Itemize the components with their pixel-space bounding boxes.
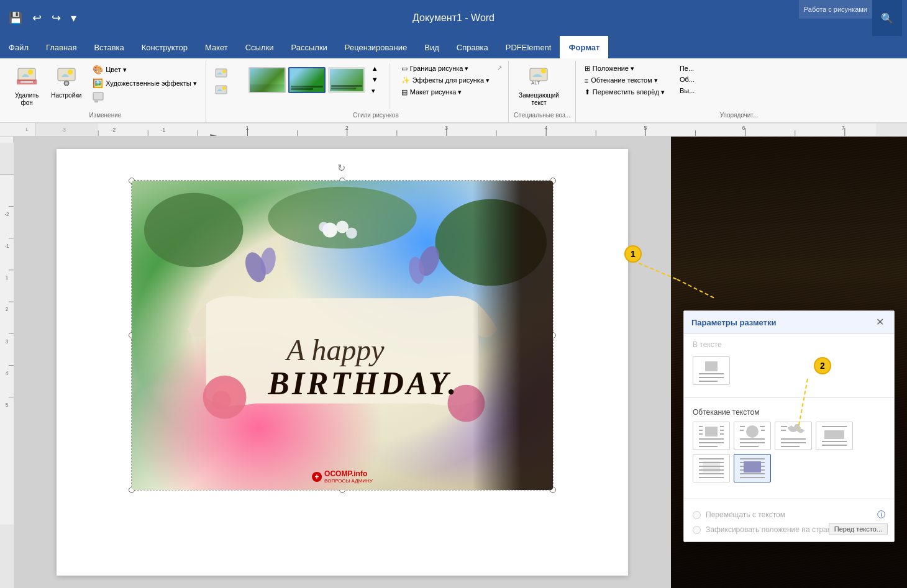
wrap-icon: ≡: [585, 77, 588, 84]
style-swatch-1[interactable]: [248, 67, 286, 93]
arrange-extra-3[interactable]: Вы...: [676, 86, 698, 96]
size-small-icon: [215, 67, 227, 79]
arrange-extra-1[interactable]: Пе...: [676, 63, 698, 73]
scroll-up-swatches[interactable]: ▲: [368, 63, 382, 73]
undo-icon[interactable]: ↩: [29, 9, 45, 27]
size-medium-icon: [215, 84, 227, 96]
customize-icon[interactable]: ▾: [67, 9, 80, 27]
picture-size-small-button[interactable]: [211, 66, 231, 81]
bring-forward-label: Переместить вперёд ▾: [593, 88, 665, 96]
search-button[interactable]: 🔍: [872, 0, 902, 36]
menu-help[interactable]: Справка: [448, 36, 497, 58]
wrap-text-button[interactable]: ≡ Обтекание текстом ▾: [581, 75, 668, 86]
picture-layout-button[interactable]: ▤ Макет рисунка ▾: [398, 87, 493, 97]
move-with-text-option[interactable]: Перемещать с текстом ⓘ: [693, 509, 885, 520]
arrange-group-label: Упорядочит...: [581, 111, 897, 120]
menu-design[interactable]: Конструктор: [133, 36, 196, 58]
search-area[interactable]: 🔍: [867, 0, 907, 36]
document-area[interactable]: ↻: [14, 137, 671, 588]
wrap-behind-button[interactable]: [693, 454, 730, 482]
menu-references[interactable]: Ссылки: [237, 36, 283, 58]
ribbon: Удалитьфон Настройки 🎨 Цвет ▾: [0, 58, 907, 123]
menu-file[interactable]: Файл: [0, 36, 37, 58]
svg-text:2: 2: [345, 125, 349, 131]
wrap-tight-button[interactable]: [734, 422, 771, 450]
svg-rect-48: [876, 123, 907, 136]
more-swatches[interactable]: ▾: [368, 86, 382, 96]
wrap-text-label: Обтекание текстом ▾: [591, 76, 658, 84]
position-button[interactable]: ⊞ Положение ▾: [581, 63, 668, 74]
move-with-text-label: Перемещать с текстом: [706, 510, 785, 519]
rotate-handle[interactable]: ↻: [337, 162, 347, 172]
artistic-effects-button[interactable]: 🖼️ Художественные эффекты ▾: [89, 77, 201, 89]
layout-panel-header: Параметры разметки ✕: [684, 311, 894, 334]
wrap-top-bottom-button[interactable]: [816, 422, 853, 450]
svg-text:ALT: ALT: [531, 80, 540, 86]
right-panel-area: Параметры разметки ✕ В тексте: [671, 137, 907, 588]
wrap-inline-button[interactable]: [693, 356, 730, 385]
svg-rect-47: [36, 123, 98, 136]
picture-effects-button[interactable]: ✨ Эффекты для рисунка ▾: [398, 75, 493, 86]
menu-pdfelement[interactable]: PDFElement: [497, 36, 560, 58]
wrap-text-panel-label: Обтекание текстом: [693, 408, 885, 417]
alt-text-button[interactable]: ALT Замещающийтекст: [514, 63, 564, 109]
before-text-label: Перед тексто...: [834, 525, 882, 533]
settings-button[interactable]: Настройки: [46, 63, 86, 101]
delete-bg-label: Удалитьфон: [15, 92, 39, 107]
svg-text:3: 3: [6, 339, 9, 345]
menu-home[interactable]: Главная: [37, 36, 85, 58]
move-with-text-info-icon[interactable]: ⓘ: [877, 509, 885, 520]
menu-review[interactable]: Рецензирование: [336, 36, 416, 58]
svg-point-82: [346, 228, 357, 239]
svg-point-70: [268, 187, 416, 249]
watermark-text: OCOMP.info: [324, 469, 373, 478]
redo-icon[interactable]: ↪: [48, 9, 65, 27]
position-options-section: Перемещать с текстом ⓘ Зафиксировать пол…: [684, 503, 894, 541]
menu-mailings[interactable]: Рассылки: [282, 36, 335, 58]
svg-point-73: [212, 391, 231, 410]
wrap-square-button[interactable]: [693, 422, 730, 450]
svg-point-80: [319, 222, 329, 232]
svg-text:2: 2: [6, 307, 9, 312]
svg-rect-113: [824, 430, 844, 439]
svg-rect-9: [94, 101, 98, 102]
settings-label: Настройки: [51, 92, 81, 99]
layout-panel-close-button[interactable]: ✕: [873, 316, 886, 328]
layout-panel: Параметры разметки ✕ В тексте: [683, 310, 895, 542]
save-icon[interactable]: 💾: [5, 9, 26, 27]
arrange-extra-2[interactable]: Об...: [676, 75, 698, 84]
dialog-launcher[interactable]: ↗: [496, 63, 503, 73]
style-swatch-3[interactable]: [328, 67, 365, 93]
work-with-images-label: Работа с рисунками: [799, 0, 872, 19]
scroll-down-swatches[interactable]: ▼: [368, 75, 382, 84]
ribbon-group-image-icons: [206, 61, 244, 122]
wrap-through-button[interactable]: [775, 422, 812, 450]
wrap-text-section: Обтекание текстом: [684, 402, 894, 495]
delete-background-button[interactable]: Удалитьфон: [10, 63, 43, 109]
svg-text:5: 5: [644, 125, 647, 131]
layout-panel-title: Параметры разметки: [691, 318, 776, 327]
svg-text:5: 5: [6, 402, 9, 408]
bring-forward-button[interactable]: ⬆ Переместить вперёд ▾: [581, 87, 668, 97]
picture-border-button[interactable]: ▭ Граница рисунка ▾: [398, 63, 493, 74]
color-button[interactable]: 🎨 Цвет ▾: [89, 63, 201, 76]
style-swatch-2[interactable]: [288, 67, 326, 93]
menu-layout[interactable]: Макет: [196, 36, 237, 58]
ribbon-group-picture-styles: ▲ ▼ ▾ ▭ Граница рисунка ▾ ✨ Эффекты для …: [244, 61, 509, 122]
wrap-infront-button[interactable]: [734, 454, 771, 482]
in-text-label: В тексте: [693, 340, 885, 349]
move-with-text-radio[interactable]: [693, 511, 701, 519]
picture-extra-button[interactable]: [89, 91, 201, 104]
picture-size-medium-button[interactable]: [211, 83, 231, 97]
svg-rect-8: [93, 93, 103, 100]
selected-image[interactable]: ↻: [131, 180, 554, 491]
svg-point-100: [746, 425, 759, 438]
menu-insert[interactable]: Вставка: [85, 36, 132, 58]
birthday-card-image: A happy BIRTHDAY. +: [132, 181, 553, 490]
svg-point-11: [222, 70, 226, 73]
svg-text:6: 6: [742, 125, 745, 131]
menu-view[interactable]: Вид: [416, 36, 448, 58]
svg-rect-85: [472, 181, 553, 490]
menu-format[interactable]: Формат: [560, 36, 608, 58]
fix-position-radio[interactable]: [693, 526, 701, 534]
